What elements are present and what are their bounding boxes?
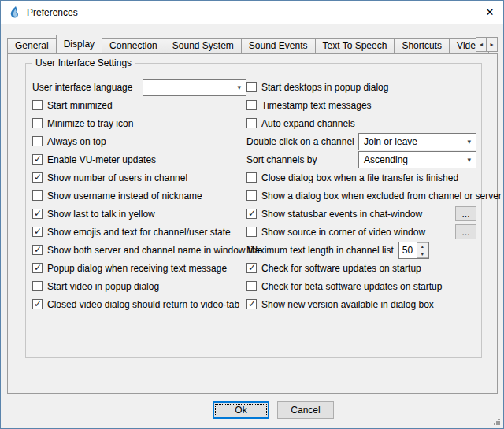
sort-channels-combobox[interactable]: Ascending ▾ (358, 151, 476, 168)
max-text-length-value[interactable]: 50 (399, 242, 417, 258)
checkbox-box[interactable] (32, 154, 43, 165)
checkbox-box[interactable] (246, 190, 257, 201)
tab-content-pane: User Interface Settings User interface l… (7, 53, 498, 394)
preferences-window: Preferences ✕ General Display Connection… (0, 0, 504, 429)
checkbox-box[interactable] (246, 263, 257, 273)
checkbox-label: Always on top (47, 136, 106, 147)
checkbox-show-user-count[interactable]: Show number of users in channel (32, 168, 246, 187)
checkbox-box[interactable] (32, 118, 43, 128)
tab-sound-events[interactable]: Sound Events (242, 38, 316, 53)
checkbox-label: Show a dialog box when excluded from cha… (261, 190, 502, 202)
checkbox-box[interactable] (246, 281, 257, 291)
tab-scroll-right-icon[interactable]: ▸ (487, 37, 498, 52)
checkbox-label: Show last to talk in yellow (47, 209, 155, 220)
checkbox-minimize-to-tray[interactable]: Minimize to tray icon (32, 114, 246, 132)
checkbox-check-beta-updates[interactable]: Check for beta software updates on start… (246, 277, 476, 295)
language-label: User interface language (32, 82, 132, 93)
checkbox-popup-text-message[interactable]: Popup dialog when receiving text message (32, 259, 246, 277)
checkbox-show-username[interactable]: Show username instead of nickname (32, 187, 246, 205)
checkbox-box[interactable] (32, 172, 43, 183)
app-icon (8, 6, 20, 19)
double-click-label: Double click on a channel (246, 136, 354, 147)
checkbox-timestamp-messages[interactable]: Timestamp text messages (246, 96, 476, 114)
resize-grip[interactable] (491, 416, 501, 426)
tab-scroll-left-icon[interactable]: ◂ (476, 37, 487, 52)
checkbox-video-return-tab[interactable]: Closed video dialog should return to vid… (32, 295, 246, 313)
sort-channels-row: Sort channels by Ascending ▾ (246, 150, 476, 168)
checkbox-server-channel-title[interactable]: Show both server and channel name in win… (32, 241, 246, 259)
checkbox-box[interactable] (246, 299, 257, 309)
checkbox-label: Show emojis and text for channel/user st… (47, 227, 231, 238)
checkbox-show-emojis[interactable]: Show emojis and text for channel/user st… (32, 223, 246, 241)
checkbox-box[interactable] (32, 227, 43, 237)
checkbox-label: Show new version available in dialog box (261, 299, 434, 310)
checkbox-check-updates[interactable]: Check for software updates on startup (246, 259, 476, 277)
checkbox-box[interactable] (32, 190, 43, 201)
checkbox-label: Auto expand channels (261, 118, 355, 129)
tab-connection[interactable]: Connection (102, 38, 165, 53)
checkbox-show-excluded-dialog[interactable]: Show a dialog box when excluded from cha… (246, 187, 476, 205)
checkbox-label: Minimize to tray icon (47, 118, 133, 129)
checkbox-box[interactable] (32, 281, 43, 291)
checkbox-start-desktops-popup[interactable]: Start desktops in popup dialog (246, 78, 476, 96)
checkbox-label: Check for beta software updates on start… (261, 281, 442, 292)
dialog-buttons: Ok Cancel (213, 401, 334, 419)
checkbox-start-video-popup[interactable]: Start video in popup dialog (32, 277, 246, 295)
checkbox-box[interactable] (246, 172, 257, 183)
sort-channels-combobox-value: Ascending (364, 154, 408, 165)
checkbox-label: Show source in corner of video window (261, 227, 425, 238)
tab-text-to-speech[interactable]: Text To Speech (316, 38, 395, 53)
double-click-row: Double click on a channel Join or leave … (246, 132, 476, 150)
close-icon[interactable]: ✕ (476, 1, 503, 24)
checkbox-box[interactable] (246, 82, 257, 92)
chevron-down-icon: ▾ (464, 138, 474, 146)
checkbox-box[interactable] (32, 100, 43, 110)
checkbox-box[interactable] (32, 209, 43, 219)
checkbox-label: Show username instead of nickname (47, 190, 202, 202)
checkbox-label: Close dialog box when a file transfer is… (261, 172, 458, 183)
checkbox-always-on-top[interactable]: Always on top (32, 132, 246, 150)
groupbox-title: User Interface Settings (32, 57, 135, 68)
video-source-browse-button[interactable]: ... (455, 224, 476, 239)
checkbox-auto-expand-channels[interactable]: Auto expand channels (246, 114, 476, 132)
spinner-up-icon[interactable]: ▴ (417, 242, 428, 251)
checkbox-label: Start video in popup dialog (47, 281, 159, 292)
checkbox-label: Show both server and channel name in win… (47, 245, 263, 256)
checkbox-box[interactable] (32, 245, 43, 255)
ok-button[interactable]: Ok (213, 401, 269, 419)
statusbar-events-row: Show statusbar events in chat-window ... (246, 205, 476, 223)
checkbox-box[interactable] (246, 100, 257, 110)
tab-sound-system[interactable]: Sound System (165, 38, 242, 53)
double-click-combobox-value: Join or leave (364, 136, 417, 147)
language-row: User interface language ▾ (32, 78, 246, 96)
checkbox-label: Check for software updates on startup (261, 263, 421, 274)
checkbox-label: Timestamp text messages (261, 100, 372, 111)
cancel-button[interactable]: Cancel (277, 401, 334, 419)
double-click-combobox[interactable]: Join or leave ▾ (358, 133, 476, 150)
checkbox-label: Start desktops in popup dialog (261, 82, 388, 93)
spinner-down-icon[interactable]: ▾ (417, 250, 428, 258)
tab-display[interactable]: Display (56, 35, 102, 53)
titlebar[interactable]: Preferences ✕ (1, 1, 503, 24)
language-combobox[interactable]: ▾ (143, 79, 246, 96)
checkbox-vu-meter-updates[interactable]: Enable VU-meter updates (32, 150, 246, 168)
checkbox-start-minimized[interactable]: Start minimized (32, 96, 246, 114)
checkbox-show-new-version[interactable]: Show new version available in dialog box (246, 295, 476, 313)
tab-shortcuts[interactable]: Shortcuts (395, 38, 450, 53)
checkbox-box[interactable] (32, 263, 43, 273)
checkbox-box[interactable] (32, 299, 43, 309)
chevron-down-icon: ▾ (234, 83, 244, 91)
video-source-row: Show source in corner of video window ..… (246, 223, 476, 241)
chevron-down-icon: ▾ (464, 156, 474, 164)
checkbox-label: Show statusbar events in chat-window (261, 209, 422, 220)
tab-general[interactable]: General (7, 38, 57, 53)
checkbox-box[interactable] (246, 118, 257, 128)
checkbox-last-talk-yellow[interactable]: Show last to talk in yellow (32, 205, 246, 223)
max-text-length-spinner[interactable]: 50 ▴ ▾ (398, 242, 429, 259)
statusbar-events-browse-button[interactable]: ... (455, 206, 476, 221)
checkbox-box[interactable] (246, 227, 257, 237)
checkbox-box[interactable] (246, 209, 257, 219)
checkbox-close-filetransfer-dialog[interactable]: Close dialog box when a file transfer is… (246, 168, 476, 187)
checkbox-box[interactable] (32, 136, 43, 146)
checkbox-label: Closed video dialog should return to vid… (47, 299, 239, 310)
